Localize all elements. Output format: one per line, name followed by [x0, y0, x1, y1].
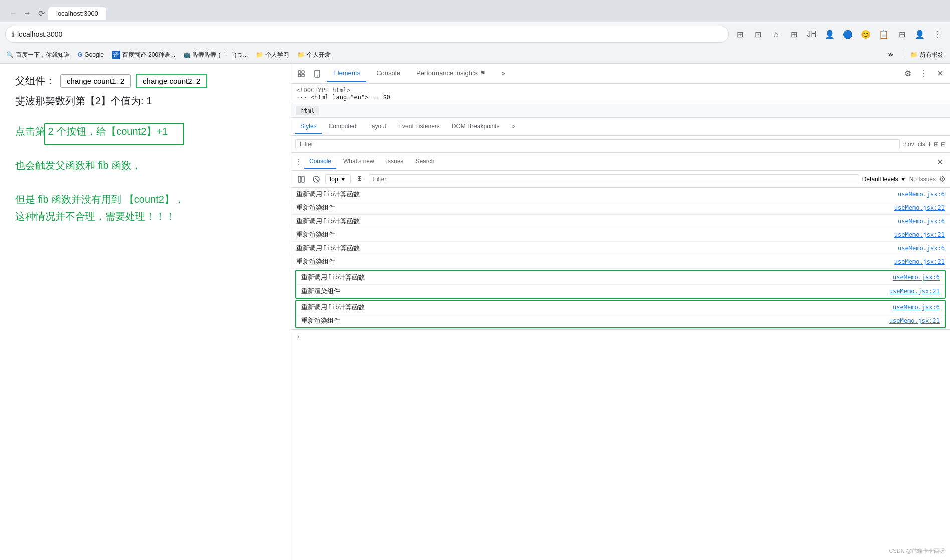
styles-tab-more[interactable]: » — [507, 120, 520, 134]
log-link-2[interactable]: useMemo.jsx:21 — [894, 204, 945, 211]
device-icon[interactable] — [311, 68, 323, 80]
log-group2-link2[interactable]: useMemo.jsx:21 — [889, 317, 940, 324]
reload-button[interactable]: ⟳ — [34, 6, 48, 20]
eye-button[interactable]: 👁 — [354, 173, 366, 185]
console-tab-search[interactable]: Search — [410, 155, 439, 169]
console-tab-whatsnew[interactable]: What's new — [338, 155, 379, 169]
browser-chrome: ← → ⟳ localhost:3000 ℹ ⊞ ⊡ ☆ ⊞ JH 👤 🔵 😊 … — [0, 0, 950, 64]
more-button[interactable]: ⋮ — [931, 27, 945, 41]
style-icon2[interactable]: ⊟ — [941, 141, 946, 148]
study-icon: 📁 — [256, 51, 263, 58]
extensions-button[interactable]: ⊞ — [787, 27, 801, 41]
url-input[interactable] — [17, 30, 722, 38]
bookmark-baidu[interactable]: 🔍 百度一下，你就知道 — [6, 51, 70, 59]
default-levels-dropdown[interactable]: Default levels ▼ — [862, 176, 906, 183]
green-line-4 — [15, 174, 276, 191]
inspect-icon[interactable] — [295, 68, 307, 80]
more-devtools-icon[interactable]: ⋮ — [918, 68, 930, 80]
dev-label: 个人开发 — [307, 51, 331, 59]
console-toolbar: top ▼ 👁 Default levels ▼ No Issues ⚙ — [291, 171, 950, 188]
cls-button[interactable]: .cls — [916, 141, 925, 148]
log-group1-link1[interactable]: useMemo.jsx:6 — [893, 274, 940, 281]
bookmark-translate[interactable]: 译 百度翻译-200种语... — [112, 51, 175, 59]
log-link-4[interactable]: useMemo.jsx:21 — [894, 231, 945, 238]
close-devtools-icon[interactable]: ✕ — [934, 68, 946, 80]
clipboard-button[interactable]: 📋 — [877, 27, 891, 41]
log-text-4: 重新渲染组件 — [296, 230, 335, 239]
svg-rect-7 — [302, 176, 304, 182]
log-text-6: 重新渲染组件 — [296, 257, 335, 266]
settings-icon[interactable]: ⚙ — [902, 68, 914, 80]
log-group1-link2[interactable]: useMemo.jsx:21 — [889, 288, 940, 295]
console-close-icon[interactable]: ✕ — [934, 156, 946, 168]
filter-actions: :hov .cls + ⊞ ⊟ — [903, 140, 946, 149]
more-bookmarks[interactable]: ≫ — [887, 51, 894, 58]
profile-button[interactable]: JH — [805, 27, 819, 41]
breadcrumb-html[interactable]: html — [296, 106, 319, 115]
forward-button[interactable]: → — [20, 6, 34, 20]
tab-bar: ← → ⟳ localhost:3000 — [0, 0, 950, 22]
top-label: top — [330, 176, 338, 183]
address-bar[interactable]: ℹ — [5, 26, 729, 43]
hov-button[interactable]: :hov — [903, 141, 914, 148]
avatar-button[interactable]: 👤 — [913, 27, 927, 41]
styles-filter-input[interactable] — [295, 139, 900, 149]
log-group1-text2: 重新渲染组件 — [301, 287, 340, 296]
log-group2-link1[interactable]: useMemo.jsx:6 — [893, 304, 940, 311]
sidebar-toggle-button[interactable] — [295, 173, 307, 185]
back-button[interactable]: ← — [6, 6, 20, 20]
log-group1-entry1: 重新调用fib计算函数 useMemo.jsx:6 — [296, 271, 945, 285]
svg-point-5 — [317, 75, 318, 76]
svg-rect-3 — [302, 74, 304, 77]
bookmark-all[interactable]: 📁 所有书签 — [910, 51, 944, 59]
cast-button[interactable]: ⊞ — [733, 27, 747, 41]
parent-row: 父组件： change count1: 2 change count2: 2 — [15, 74, 276, 88]
console-prompt: › — [296, 333, 300, 340]
divider — [902, 50, 902, 60]
bookmark-bilibili[interactable]: 📺 哔哩哔哩 (゜-゜)つ... — [183, 51, 248, 59]
info-icon: ℹ — [12, 30, 14, 38]
styles-tab-dom[interactable]: DOM Breakpoints — [447, 120, 505, 134]
change-count1-button[interactable]: change count1: 2 — [60, 74, 131, 88]
clear-console-button[interactable] — [310, 173, 322, 185]
tab-elements[interactable]: Elements — [327, 65, 366, 82]
log-group2-entry2: 重新渲染组件 useMemo.jsx:21 — [296, 314, 945, 327]
console-more-icon[interactable]: ⋮ — [295, 158, 302, 166]
console-tab-console[interactable]: Console — [304, 155, 336, 169]
log-link-5[interactable]: useMemo.jsx:6 — [898, 245, 945, 252]
styles-tab-layout[interactable]: Layout — [363, 120, 391, 134]
browser-tab[interactable]: localhost:3000 — [48, 7, 106, 20]
emoji-button[interactable]: 😊 — [859, 27, 873, 41]
log-entry-3: 重新调用fib计算函数 useMemo.jsx:6 — [291, 215, 950, 228]
bookmark-button[interactable]: ☆ — [769, 27, 783, 41]
log-group-1: 重新调用fib计算函数 useMemo.jsx:6 重新渲染组件 useMemo… — [295, 270, 946, 299]
tab-console[interactable]: Console — [370, 65, 406, 82]
sync-button[interactable]: 👤 — [823, 27, 837, 41]
menu-button[interactable]: ⊟ — [895, 27, 909, 41]
styles-tab-events[interactable]: Event Listeners — [393, 120, 445, 134]
context-dropdown[interactable]: top ▼ — [325, 174, 351, 184]
bookmark-dev[interactable]: 📁 个人开发 — [297, 51, 331, 59]
translate-button[interactable]: ⊡ — [751, 27, 765, 41]
console-settings-icon[interactable]: ⚙ — [939, 174, 946, 184]
log-link-6[interactable]: useMemo.jsx:21 — [894, 258, 945, 265]
add-style-button[interactable]: + — [927, 140, 932, 149]
change-count2-button[interactable]: change count2: 2 — [136, 74, 207, 88]
styles-tab-computed[interactable]: Computed — [324, 120, 361, 134]
log-link-3[interactable]: useMemo.jsx:6 — [898, 218, 945, 225]
style-icon1[interactable]: ⊞ — [934, 141, 939, 148]
console-filter-input[interactable] — [369, 174, 859, 184]
log-text-3: 重新调用fib计算函数 — [296, 217, 360, 226]
console-tab-issues[interactable]: Issues — [381, 155, 409, 169]
log-group1-text1: 重新调用fib计算函数 — [301, 273, 365, 282]
elements-section: <!DOCTYPE html> ··· <html lang="en"> == … — [291, 84, 950, 104]
tab-performance[interactable]: Performance insights ⚑ — [410, 65, 492, 82]
notifications-button[interactable]: 🔵 — [841, 27, 855, 41]
styles-tab-styles[interactable]: Styles — [295, 120, 322, 134]
bookmark-google[interactable]: G Google — [78, 51, 104, 58]
baidu-label: 百度一下，你就知道 — [16, 51, 70, 59]
log-link-1[interactable]: useMemo.jsx:6 — [898, 191, 945, 198]
bookmark-study[interactable]: 📁 个人学习 — [256, 51, 289, 59]
tab-more[interactable]: » — [496, 65, 511, 82]
study-label: 个人学习 — [265, 51, 289, 59]
